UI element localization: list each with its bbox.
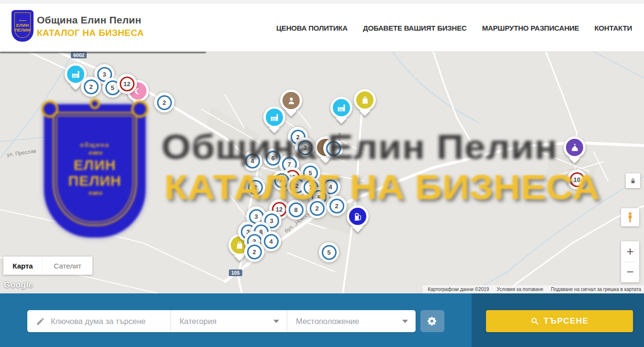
pin-badge [356,91,373,109]
site-logo-shield: община ЕЛИН ПЕЛИН [14,12,31,38]
site-logo[interactable]: община ЕЛИН ПЕЛИН [12,11,33,41]
factory-icon [71,69,81,79]
pin-badge [566,139,583,156]
search-field-group: Категория Местоположение [27,310,416,332]
attribution-copyright: Картографски данни ©2019 [428,287,489,292]
cluster-ring: 5 [322,245,337,260]
lock-button[interactable] [626,173,640,188]
search-button-label: ТЪРСЕНЕ [544,316,589,326]
cluster-marker[interactable]: 12 [117,74,137,94]
factory-icon [270,112,280,123]
cluster-marker[interactable]: 4 [261,231,281,251]
worker-pin[interactable] [280,90,302,112]
nav-add-business[interactable]: ДОБАВЕТЕ ВАШИЯТ БИЗНЕС [363,24,467,32]
watermark-title: Община Елин Пелин [161,127,558,167]
map-attribution: Картографски данни ©2019 Условия за полз… [423,285,644,293]
attribution-report-link[interactable]: Подаване на сигнал за грешка в картата [551,287,641,292]
fuel-icon [353,212,363,222]
nav-pricing[interactable]: ЦЕНОВА ПОЛИТИКА [276,24,348,32]
watermark-subtitle: КАТАЛОГ НА БИЗНЕСА [164,168,600,207]
gear-icon [427,315,438,327]
cluster-marker[interactable]: 2 [154,92,174,112]
factory-icon [337,103,347,113]
factory-pin[interactable] [263,106,285,128]
shield-line2: ПЕЛИН [68,173,122,189]
map-type-control: Карта Сателит [3,257,92,275]
brand-block: Община Елин Пелин КАТАЛОГ НА БИЗНЕСА [37,14,144,38]
shield-town-word: община [80,141,110,148]
cluster-count: 8 [294,206,297,213]
search-button[interactable]: ТЪРСЕНЕ [486,310,633,332]
nav-contacts[interactable]: КОНТАКТИ [594,24,632,32]
shield-inner: община ∾∾ ЕЛИН ПЕЛИН ∾∾ [53,112,137,226]
pin-badge [282,92,300,109]
church-pin[interactable] [564,136,586,158]
keyword-search-input[interactable] [51,317,170,326]
cluster-count: 3 [254,213,258,220]
cluster-marker[interactable]: 5 [319,242,339,262]
attribution-terms-link[interactable]: Условия за ползване [497,287,543,292]
map-canvas[interactable]: 3251222356475134227481282233383425106002… [0,52,644,293]
top-strip [0,0,644,4]
church-icon [570,143,580,153]
cluster-ring: 2 [84,79,99,94]
site-subtitle: КАТАЛОГ НА БИЗНЕСА [37,28,144,38]
pin-badge [266,109,283,126]
zoom-out-button[interactable]: − [621,262,639,283]
cluster-ring: 2 [247,245,262,259]
cluster-count: 3 [270,217,273,224]
lock-icon [629,177,637,185]
search-bar: Категория Местоположение ТЪРСЕНЕ [0,293,644,347]
cluster-count: 2 [89,83,92,90]
pencil-icon [36,317,45,326]
shopping-bag-pin[interactable] [354,89,376,111]
shield-ornament-top: ∾∾ [88,148,102,157]
cluster-ring: 4 [264,234,279,249]
header: община ЕЛИН ПЕЛИН Община Елин Пелин КАТА… [0,4,644,52]
cluster-count: 2 [252,248,256,256]
search-icon [531,317,539,325]
shield-line1: ЕЛИН [74,157,116,173]
watermark-coat-of-arms: община ∾∾ ЕЛИН ПЕЛИН ∾∾ [44,104,146,237]
page: община ЕЛИН ПЕЛИН Община Елин Пелин КАТА… [0,0,644,347]
pin-badge [67,66,84,83]
logo-town-word: община [19,19,26,22]
factory-pin[interactable] [330,97,352,119]
shopping-bag-icon [235,240,245,250]
category-select-label: Категория [180,317,216,326]
zoom-in-button[interactable]: + [621,241,639,262]
location-select[interactable]: Местоположение [287,310,416,332]
cluster-ring: 2 [157,95,172,110]
shield-ornament-bottom: ∾∾ [88,189,102,197]
zoom-control: + − [621,241,639,282]
street-view-pegman[interactable] [621,208,639,226]
map-type-satellite-button[interactable]: Сателит [42,257,92,275]
shopping-bag-icon [360,95,370,105]
category-select[interactable]: Категория [171,310,287,332]
site-title: Община Елин Пелин [37,14,144,26]
cluster-count: 3 [102,71,106,78]
cluster-marker[interactable]: 2 [81,77,101,97]
shield-knob [90,99,100,109]
worker-icon [286,96,296,106]
pegman-icon [624,211,636,224]
fuel-pin[interactable] [347,205,369,227]
keyword-field [27,310,170,332]
advanced-settings-button[interactable] [420,310,444,332]
cluster-ring: 12 [120,77,135,91]
cluster-count: 4 [269,238,272,245]
chevron-down-icon [273,320,279,323]
main-nav: ЦЕНОВА ПОЛИТИКА ДОБАВЕТЕ ВАШИЯТ БИЗНЕС М… [276,4,632,52]
cluster-count: 5 [327,249,330,256]
location-select-label: Местоположение [296,317,359,326]
nav-route-schedule[interactable]: МАРШРУТНО РАЗПИСАНИЕ [482,24,579,32]
cluster-count: 5 [111,84,114,91]
pin-badge [349,208,366,225]
google-logo[interactable]: Google [4,280,34,290]
cluster-marker[interactable]: 2 [244,242,264,262]
logo-line2: ПЕЛИН [14,28,30,33]
logo-line1: ЕЛИН [16,23,29,28]
map-type-map-button[interactable]: Карта [3,257,42,275]
chevron-down-icon [402,320,408,323]
cluster-count: 2 [162,99,166,106]
